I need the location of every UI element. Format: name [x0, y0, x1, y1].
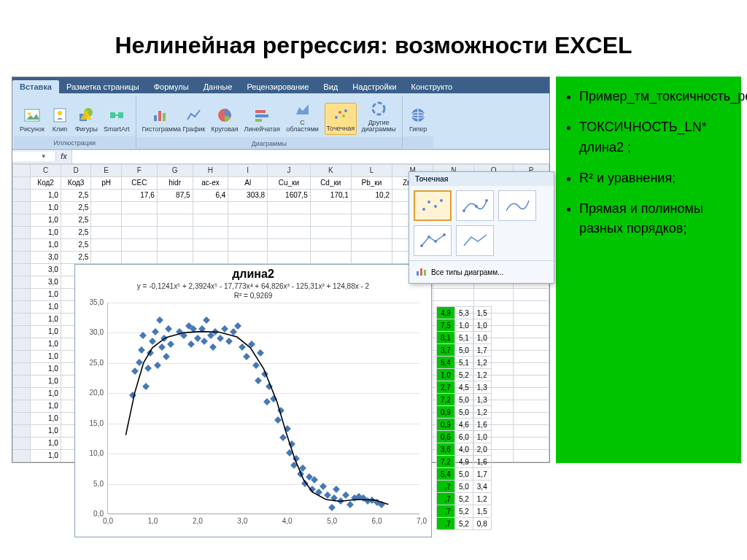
- btn-clip[interactable]: Клип: [49, 104, 71, 134]
- fx-label[interactable]: fx: [56, 152, 71, 160]
- btn-hbar[interactable]: Линейчатая: [243, 104, 281, 134]
- formula-input[interactable]: [71, 150, 549, 163]
- svg-rect-6: [110, 112, 115, 118]
- chart-r2: R² = 0,9269: [75, 292, 431, 300]
- group-label-illustrations: Иллюстрации: [14, 136, 136, 148]
- shapes-icon: [77, 106, 96, 125]
- right-data-columns: 4,95,31,57,51,01,08,15,11,03,75,01,75,45…: [436, 306, 492, 530]
- ribbon-group-links: Гипер: [403, 96, 433, 149]
- chart-icon: [415, 265, 427, 279]
- bullet: R² и уравнения;: [579, 168, 731, 189]
- tab-page-layout[interactable]: Разметка страницы: [59, 80, 147, 93]
- svg-point-29: [420, 244, 423, 247]
- scatter-type-lines-markers[interactable]: [414, 225, 452, 256]
- svg-point-15: [335, 116, 338, 119]
- scatter-type-smooth-markers[interactable]: [456, 190, 494, 221]
- line-icon: [185, 106, 204, 125]
- svg-rect-34: [420, 268, 422, 276]
- smartart-icon: [107, 106, 126, 125]
- tab-insert[interactable]: Вставка: [12, 80, 59, 93]
- ribbon-group-charts: Гистограмма График Круговая Линейчатая С…: [136, 96, 403, 149]
- tab-view[interactable]: Вид: [316, 80, 345, 93]
- picture-icon: [23, 106, 42, 125]
- clip-icon: [50, 106, 69, 125]
- scatter-type-smooth[interactable]: [498, 190, 536, 221]
- pie-icon: [215, 106, 234, 125]
- btn-line[interactable]: График: [182, 104, 207, 134]
- svg-point-17: [342, 114, 345, 117]
- chart-equation: y = -0,1241x⁵ + 2,3924x⁵ - 17,773x⁴ + 64…: [75, 281, 431, 292]
- svg-rect-14: [255, 119, 262, 122]
- bullet: Прямая и полиномы разных порядков;: [579, 199, 731, 240]
- svg-point-16: [338, 111, 341, 114]
- svg-rect-8: [154, 115, 157, 121]
- svg-point-24: [434, 205, 437, 208]
- svg-point-28: [485, 199, 488, 202]
- btn-pie[interactable]: Круговая: [209, 104, 239, 134]
- svg-point-23: [427, 201, 430, 203]
- svg-rect-35: [424, 270, 426, 276]
- svg-rect-12: [255, 110, 266, 113]
- scatter-icon: [331, 105, 350, 124]
- svg-point-3: [58, 111, 62, 115]
- bullet: ТОКСИЧНОСТЬ_LN* длина2 ;: [579, 117, 731, 158]
- svg-rect-13: [255, 114, 268, 117]
- area-icon: [293, 99, 312, 118]
- name-box[interactable]: ▼: [12, 152, 56, 161]
- svg-rect-10: [163, 113, 166, 121]
- tab-review[interactable]: Рецензирование: [239, 80, 316, 93]
- tab-design[interactable]: Конструкто: [404, 80, 460, 93]
- ribbon: Рисунок Клип Фигуры SmartArt Ил: [12, 93, 549, 149]
- btn-picture[interactable]: Рисунок: [18, 104, 46, 134]
- svg-point-19: [373, 103, 384, 114]
- svg-point-26: [462, 209, 465, 212]
- all-chart-types[interactable]: Все типы диаграмм...: [409, 260, 554, 283]
- side-panel: Пример_тм_токсичность_регрессия.xls; ТОК…: [556, 77, 741, 463]
- btn-scatter[interactable]: Точечная: [325, 103, 357, 134]
- tab-data[interactable]: Данные: [196, 80, 240, 93]
- btn-bar[interactable]: Гистограмма: [141, 104, 179, 134]
- scatter-dropdown: Точечная Все типы диаграмм...: [409, 171, 554, 284]
- btn-shapes[interactable]: Фигуры: [74, 104, 99, 134]
- scatter-type-lines[interactable]: [456, 225, 494, 256]
- plot-area: 0,05,010,015,020,025,030,035,00,01,02,03…: [107, 303, 419, 514]
- globe-icon: [409, 106, 427, 125]
- svg-point-30: [427, 236, 430, 238]
- scatter-dropdown-header: Точечная: [409, 172, 554, 186]
- btn-hyperlink[interactable]: Гипер: [407, 104, 429, 134]
- svg-rect-33: [417, 271, 419, 276]
- embedded-chart[interactable]: длина2 y = -0,1241x⁵ + 2,3924x⁵ - 17,773…: [74, 264, 432, 537]
- formula-bar: ▼ fx: [12, 149, 549, 164]
- svg-rect-9: [158, 111, 161, 121]
- group-label-charts: Диаграммы: [136, 137, 403, 149]
- chevron-down-icon: ▼: [32, 153, 56, 160]
- svg-point-18: [344, 109, 347, 112]
- svg-point-31: [434, 240, 437, 243]
- btn-other-charts[interactable]: Другие диаграммы: [360, 98, 398, 135]
- tab-formulas[interactable]: Формулы: [147, 80, 196, 93]
- slide-title: Нелинейная регрессия: возможности EXCEL: [0, 0, 747, 77]
- svg-point-32: [443, 233, 446, 236]
- chart-title: длина2: [75, 265, 431, 281]
- btn-smartart[interactable]: SmartArt: [102, 104, 131, 134]
- scatter-type-markers[interactable]: [414, 190, 452, 221]
- btn-area[interactable]: С областями: [284, 98, 322, 135]
- svg-point-25: [440, 199, 443, 202]
- ribbon-group-illustrations: Рисунок Клип Фигуры SmartArt Ил: [14, 96, 136, 149]
- bullet: Пример_тм_токсичность_регрессия.xls;: [579, 87, 731, 107]
- svg-point-22: [422, 208, 425, 211]
- hbar-icon: [252, 106, 271, 125]
- svg-point-27: [475, 205, 478, 208]
- svg-point-1: [28, 112, 31, 115]
- tab-addins[interactable]: Надстройки: [345, 80, 403, 93]
- bar-icon: [150, 106, 169, 125]
- ribbon-tabs: Вставка Разметка страницы Формулы Данные…: [12, 77, 549, 93]
- svg-rect-7: [118, 112, 123, 118]
- other-charts-icon: [369, 99, 388, 118]
